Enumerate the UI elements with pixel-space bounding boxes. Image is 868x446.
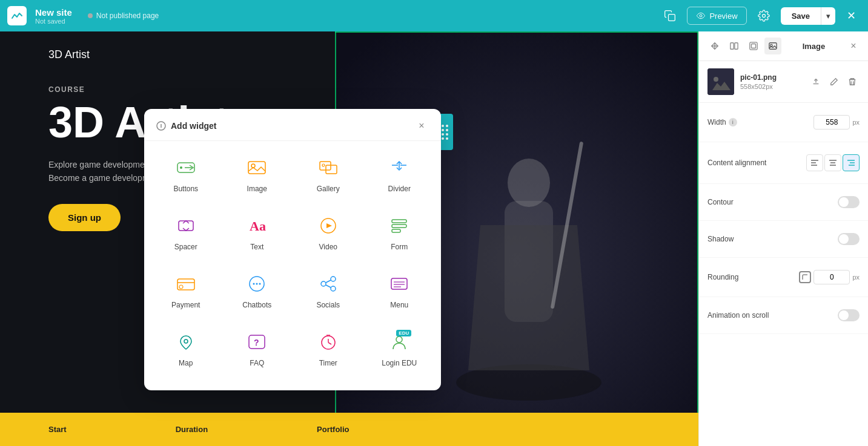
contour-toggle[interactable] [838, 196, 860, 208]
status-label: Not published page [96, 11, 159, 20]
widget-socials-label: Socials [316, 301, 340, 309]
widget-login-edu-label: Login EDU [382, 359, 417, 367]
login-edu-icon: EDU [388, 331, 410, 353]
svg-text:Aa: Aa [250, 218, 266, 234]
widget-modal-title-text: Add widget [171, 121, 216, 131]
panel-container-icon-btn[interactable] [745, 38, 762, 54]
width-label: Width i [707, 118, 737, 126]
animation-row: Animation on scroll [707, 304, 860, 326]
close-topbar-button[interactable]: ✕ [841, 6, 861, 25]
align-center-button[interactable] [824, 154, 841, 171]
svg-point-58 [714, 77, 718, 82]
status-dot [88, 13, 93, 18]
preview-button[interactable]: Preview [687, 7, 746, 25]
widget-menu[interactable]: Menu [365, 262, 434, 318]
widget-timer[interactable]: Timer [294, 320, 363, 376]
panel-move-icon-btn[interactable] [706, 38, 723, 54]
svg-point-35 [321, 281, 326, 286]
svg-rect-53 [750, 42, 757, 50]
widget-login-edu[interactable]: EDU Login EDU [365, 320, 434, 376]
copy-icon-btn[interactable] [659, 5, 681, 27]
content-alignment-section: Content alignment [699, 142, 868, 184]
site-name: New site [35, 7, 72, 18]
contour-label: Contour [707, 198, 734, 206]
image-delete-button[interactable] [845, 74, 860, 89]
svg-point-43 [184, 339, 188, 343]
widget-modal-close-button[interactable]: × [414, 119, 429, 133]
align-right-button[interactable] [843, 154, 860, 171]
widget-spacer[interactable]: Spacer [151, 204, 220, 260]
svg-point-2 [762, 15, 765, 18]
widget-form-label: Form [391, 243, 408, 251]
align-left-button[interactable] [806, 154, 823, 171]
panel-title: Image [803, 42, 826, 51]
widget-buttons[interactable]: Buttons [151, 146, 220, 202]
settings-icon-btn[interactable] [753, 5, 775, 27]
save-dropdown-button[interactable]: ▾ [821, 7, 835, 25]
rounding-unit: px [852, 274, 860, 281]
panel-image-icon-btn[interactable] [764, 38, 781, 54]
hero-cta-button[interactable]: Sign up [48, 204, 121, 231]
widget-map[interactable]: Map [151, 320, 220, 376]
preview-label: Preview [709, 11, 737, 21]
svg-line-38 [326, 285, 331, 287]
animation-toggle[interactable] [838, 309, 860, 321]
svg-rect-39 [391, 278, 407, 289]
width-input-row: px [813, 115, 860, 130]
image-info: pic-01.png 558x502px [740, 73, 809, 90]
svg-point-34 [331, 277, 336, 281]
widget-image[interactable]: Image [223, 146, 292, 202]
width-row: Width i px [707, 110, 860, 134]
svg-rect-27 [392, 229, 400, 232]
spacer-icon [175, 215, 197, 237]
widget-text[interactable]: Aa Text [223, 204, 292, 260]
widget-chatbots-label: Chatbots [242, 301, 271, 309]
svg-text:?: ? [254, 338, 259, 347]
svg-rect-18 [326, 165, 337, 174]
image-edit-button[interactable] [827, 74, 841, 89]
widget-socials[interactable]: Socials [294, 262, 363, 318]
save-button[interactable]: Save [781, 7, 821, 25]
widget-divider[interactable]: Divider [365, 146, 434, 202]
width-info-icon: i [729, 118, 737, 126]
save-group: Save ▾ [781, 7, 835, 25]
gallery-icon [317, 157, 339, 179]
widget-form[interactable]: Form [365, 204, 434, 260]
svg-point-32 [256, 283, 258, 285]
widget-payment[interactable]: Payment [151, 262, 220, 318]
widget-faq[interactable]: ? FAQ [223, 320, 292, 376]
timer-icon [317, 331, 339, 353]
shadow-toggle[interactable] [838, 233, 860, 245]
image-thumbnail [707, 68, 734, 95]
widget-chatbots[interactable]: Chatbots [223, 262, 292, 318]
widget-image-label: Image [247, 185, 267, 193]
widget-timer-label: Timer [319, 359, 337, 367]
rounding-icon [799, 271, 811, 283]
publish-status: Not published page [88, 11, 159, 20]
green-line-top [335, 31, 698, 33]
image-upload-button[interactable] [809, 74, 823, 89]
rounding-input[interactable] [813, 270, 850, 284]
contour-section: Contour [699, 184, 868, 221]
width-input[interactable] [813, 115, 850, 130]
widget-faq-label: FAQ [250, 359, 264, 367]
map-icon [175, 331, 197, 353]
svg-point-31 [253, 283, 255, 285]
svg-point-33 [259, 283, 261, 285]
panel-close-button[interactable]: × [846, 39, 861, 53]
widget-text-label: Text [250, 243, 263, 251]
animation-label: Animation on scroll [707, 311, 769, 320]
widget-video[interactable]: Video [294, 204, 363, 260]
svg-line-37 [326, 280, 331, 283]
widget-grid: Buttons Image [144, 141, 441, 381]
widget-gallery[interactable]: Gallery [294, 146, 363, 202]
widget-modal-title: Add widget [156, 121, 216, 131]
svg-line-48 [328, 343, 331, 344]
panel-columns-icon-btn[interactable] [726, 38, 743, 54]
hero-logo: 3D Artist [48, 48, 90, 61]
width-section: Width i px [699, 103, 868, 142]
image-filename: pic-01.png [740, 73, 809, 82]
faq-icon: ? [246, 331, 268, 353]
svg-rect-25 [392, 220, 406, 223]
svg-rect-0 [669, 15, 675, 21]
